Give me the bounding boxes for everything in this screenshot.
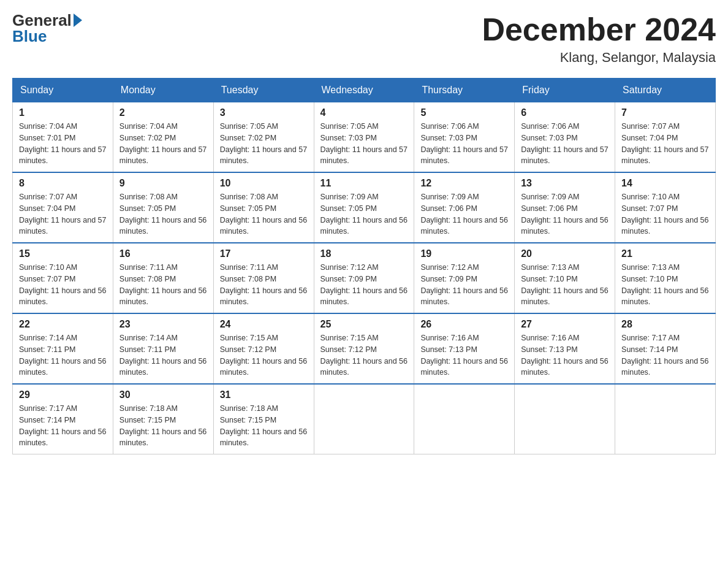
day-info: Sunrise: 7:08 AMSunset: 7:05 PMDaylight:… (119, 191, 207, 237)
day-cell: 13Sunrise: 7:09 AMSunset: 7:06 PMDayligh… (515, 172, 615, 243)
day-number: 22 (19, 319, 107, 330)
day-number: 29 (19, 389, 107, 400)
day-number: 12 (420, 178, 508, 189)
day-cell: 18Sunrise: 7:12 AMSunset: 7:09 PMDayligh… (314, 243, 414, 313)
day-info: Sunrise: 7:16 AMSunset: 7:13 PMDaylight:… (420, 332, 508, 378)
location-subtitle: Klang, Selangor, Malaysia (482, 50, 716, 66)
day-cell (414, 384, 515, 454)
day-number: 14 (621, 178, 709, 189)
day-number: 28 (621, 319, 709, 330)
day-cell: 17Sunrise: 7:11 AMSunset: 7:08 PMDayligh… (213, 243, 314, 313)
day-cell: 11Sunrise: 7:09 AMSunset: 7:05 PMDayligh… (314, 172, 414, 243)
header-row: SundayMondayTuesdayWednesdayThursdayFrid… (13, 79, 716, 102)
day-info: Sunrise: 7:11 AMSunset: 7:08 PMDaylight:… (220, 262, 308, 308)
day-number: 15 (19, 248, 107, 259)
day-cell: 29Sunrise: 7:17 AMSunset: 7:14 PMDayligh… (13, 384, 113, 454)
week-row-5: 29Sunrise: 7:17 AMSunset: 7:14 PMDayligh… (13, 384, 716, 454)
day-cell: 30Sunrise: 7:18 AMSunset: 7:15 PMDayligh… (113, 384, 213, 454)
day-info: Sunrise: 7:04 AMSunset: 7:01 PMDaylight:… (19, 121, 107, 167)
day-number: 31 (220, 389, 308, 400)
logo-chevron-icon (74, 13, 82, 27)
day-info: Sunrise: 7:12 AMSunset: 7:09 PMDaylight:… (420, 262, 508, 308)
day-info: Sunrise: 7:07 AMSunset: 7:04 PMDaylight:… (19, 191, 107, 237)
day-info: Sunrise: 7:14 AMSunset: 7:11 PMDaylight:… (19, 332, 107, 378)
day-info: Sunrise: 7:10 AMSunset: 7:07 PMDaylight:… (621, 191, 709, 237)
day-cell: 1Sunrise: 7:04 AMSunset: 7:01 PMDaylight… (13, 102, 113, 173)
day-info: Sunrise: 7:09 AMSunset: 7:06 PMDaylight:… (420, 191, 508, 237)
day-info: Sunrise: 7:05 AMSunset: 7:03 PMDaylight:… (320, 121, 408, 167)
day-info: Sunrise: 7:08 AMSunset: 7:05 PMDaylight:… (220, 191, 308, 237)
day-number: 4 (320, 107, 408, 118)
header-sunday: Sunday (13, 79, 113, 102)
header-wednesday: Wednesday (314, 79, 414, 102)
day-info: Sunrise: 7:07 AMSunset: 7:04 PMDaylight:… (621, 121, 709, 167)
day-info: Sunrise: 7:17 AMSunset: 7:14 PMDaylight:… (19, 403, 107, 449)
day-cell: 16Sunrise: 7:11 AMSunset: 7:08 PMDayligh… (113, 243, 213, 313)
day-number: 27 (521, 319, 609, 330)
logo-blue-text: Blue (12, 28, 82, 44)
day-number: 2 (119, 107, 207, 118)
logo-general-text: General (12, 12, 72, 28)
day-number: 8 (19, 178, 107, 189)
day-number: 10 (220, 178, 308, 189)
day-info: Sunrise: 7:05 AMSunset: 7:02 PMDaylight:… (220, 121, 308, 167)
day-cell: 22Sunrise: 7:14 AMSunset: 7:11 PMDayligh… (13, 313, 113, 384)
day-number: 6 (521, 107, 609, 118)
day-number: 13 (521, 178, 609, 189)
day-cell: 15Sunrise: 7:10 AMSunset: 7:07 PMDayligh… (13, 243, 113, 313)
day-number: 11 (320, 178, 408, 189)
day-cell: 14Sunrise: 7:10 AMSunset: 7:07 PMDayligh… (615, 172, 716, 243)
logo: General Blue (12, 12, 82, 44)
day-info: Sunrise: 7:16 AMSunset: 7:13 PMDaylight:… (521, 332, 609, 378)
week-row-2: 8Sunrise: 7:07 AMSunset: 7:04 PMDaylight… (13, 172, 716, 243)
day-number: 20 (521, 248, 609, 259)
day-info: Sunrise: 7:15 AMSunset: 7:12 PMDaylight:… (220, 332, 308, 378)
day-info: Sunrise: 7:06 AMSunset: 7:03 PMDaylight:… (521, 121, 609, 167)
day-cell: 4Sunrise: 7:05 AMSunset: 7:03 PMDaylight… (314, 102, 414, 173)
day-cell: 25Sunrise: 7:15 AMSunset: 7:12 PMDayligh… (314, 313, 414, 384)
day-cell: 2Sunrise: 7:04 AMSunset: 7:02 PMDaylight… (113, 102, 213, 173)
week-row-4: 22Sunrise: 7:14 AMSunset: 7:11 PMDayligh… (13, 313, 716, 384)
day-number: 9 (119, 178, 207, 189)
day-number: 3 (220, 107, 308, 118)
header-monday: Monday (113, 79, 213, 102)
day-info: Sunrise: 7:13 AMSunset: 7:10 PMDaylight:… (621, 262, 709, 308)
header-thursday: Thursday (414, 79, 515, 102)
day-cell: 19Sunrise: 7:12 AMSunset: 7:09 PMDayligh… (414, 243, 515, 313)
day-number: 21 (621, 248, 709, 259)
day-cell: 26Sunrise: 7:16 AMSunset: 7:13 PMDayligh… (414, 313, 515, 384)
day-cell: 7Sunrise: 7:07 AMSunset: 7:04 PMDaylight… (615, 102, 716, 173)
header-friday: Friday (515, 79, 615, 102)
day-cell: 27Sunrise: 7:16 AMSunset: 7:13 PMDayligh… (515, 313, 615, 384)
day-number: 18 (320, 248, 408, 259)
day-cell: 12Sunrise: 7:09 AMSunset: 7:06 PMDayligh… (414, 172, 515, 243)
day-cell: 24Sunrise: 7:15 AMSunset: 7:12 PMDayligh… (213, 313, 314, 384)
calendar-table: SundayMondayTuesdayWednesdayThursdayFrid… (12, 78, 716, 454)
day-cell: 20Sunrise: 7:13 AMSunset: 7:10 PMDayligh… (515, 243, 615, 313)
day-number: 19 (420, 248, 508, 259)
day-number: 5 (420, 107, 508, 118)
day-number: 23 (119, 319, 207, 330)
month-year-title: December 2024 (482, 12, 716, 47)
day-cell: 5Sunrise: 7:06 AMSunset: 7:03 PMDaylight… (414, 102, 515, 173)
day-info: Sunrise: 7:06 AMSunset: 7:03 PMDaylight:… (420, 121, 508, 167)
day-cell (515, 384, 615, 454)
title-section: December 2024 Klang, Selangor, Malaysia (482, 12, 716, 66)
day-info: Sunrise: 7:09 AMSunset: 7:05 PMDaylight:… (320, 191, 408, 237)
week-row-1: 1Sunrise: 7:04 AMSunset: 7:01 PMDaylight… (13, 102, 716, 173)
day-number: 24 (220, 319, 308, 330)
day-info: Sunrise: 7:17 AMSunset: 7:14 PMDaylight:… (621, 332, 709, 378)
header-saturday: Saturday (615, 79, 716, 102)
header-tuesday: Tuesday (213, 79, 314, 102)
day-info: Sunrise: 7:12 AMSunset: 7:09 PMDaylight:… (320, 262, 408, 308)
day-number: 25 (320, 319, 408, 330)
day-info: Sunrise: 7:18 AMSunset: 7:15 PMDaylight:… (220, 403, 308, 449)
day-cell: 8Sunrise: 7:07 AMSunset: 7:04 PMDaylight… (13, 172, 113, 243)
day-cell: 3Sunrise: 7:05 AMSunset: 7:02 PMDaylight… (213, 102, 314, 173)
day-number: 7 (621, 107, 709, 118)
day-info: Sunrise: 7:10 AMSunset: 7:07 PMDaylight:… (19, 262, 107, 308)
day-cell: 23Sunrise: 7:14 AMSunset: 7:11 PMDayligh… (113, 313, 213, 384)
day-number: 26 (420, 319, 508, 330)
day-cell: 10Sunrise: 7:08 AMSunset: 7:05 PMDayligh… (213, 172, 314, 243)
day-cell: 28Sunrise: 7:17 AMSunset: 7:14 PMDayligh… (615, 313, 716, 384)
